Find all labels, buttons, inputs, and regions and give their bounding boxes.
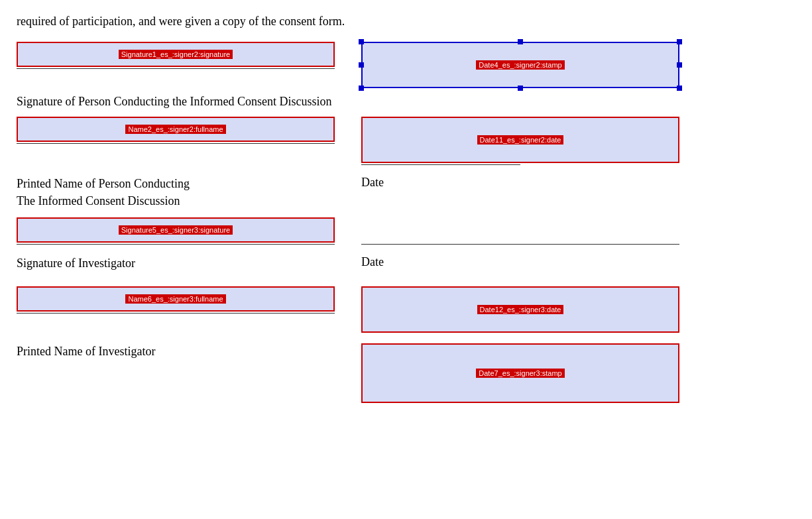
printed-name-label-col: Printed Name of Person Conducting The In… xyxy=(17,176,335,209)
signature-investigator-label: Signature of Investigator xyxy=(17,255,335,272)
date4-wrapper: Date4_es_:signer2:stamp xyxy=(361,42,679,88)
name6-underline xyxy=(17,313,335,314)
investigator-label-row: Signature of Investigator Date xyxy=(17,255,795,278)
name-date-row-2: Name2_es_:signer2:fullname Date11_es_:si… xyxy=(17,117,795,170)
signature1-field[interactable]: Signature1_es_:signer2:signature xyxy=(17,42,335,67)
name2-underline xyxy=(17,143,335,144)
date-label-col-2: Date xyxy=(361,255,679,276)
date-label-col-1: Date xyxy=(361,176,679,196)
signature-date-row-1: Signature1_es_:signer2:signature Date4_e… xyxy=(17,42,795,88)
printed-name-date-label-row: Printed Name of Person Conducting The In… xyxy=(17,176,795,209)
date4-field[interactable]: Date4_es_:signer2:stamp xyxy=(361,42,679,88)
handle-lm[interactable] xyxy=(359,62,364,68)
date-underline-col xyxy=(361,217,679,250)
signature1-col: Signature1_es_:signer2:signature xyxy=(17,42,335,74)
signature5-label: Signature5_es_:signer3:signature xyxy=(119,225,233,235)
date11-underline xyxy=(361,164,520,165)
handle-tr[interactable] xyxy=(677,39,682,44)
section-title-person-conducting: Signature of Person Conducting the Infor… xyxy=(17,93,795,110)
printed-name-person-label: Printed Name of Person Conducting The In… xyxy=(17,176,335,209)
printed-name-investigator-label: Printed Name of Investigator xyxy=(17,343,335,360)
date7-label: Date7_es_:signer3:stamp xyxy=(476,369,564,378)
signature5-col: Signature5_es_:signer3:signature xyxy=(17,217,335,250)
date4-label: Date4_es_:signer2:stamp xyxy=(476,60,564,70)
signature1-underline xyxy=(17,68,335,69)
investigator-label-col: Signature of Investigator xyxy=(17,255,335,278)
date12-col: Date12_es_:signer3:date xyxy=(361,286,679,333)
date-underline-right xyxy=(361,244,679,245)
name6-col: Name6_es_:signer3:fullname xyxy=(17,286,335,319)
printed-name-investigator-col: Printed Name of Investigator xyxy=(17,343,335,367)
name2-label: Name2_es_:signer2:fullname xyxy=(125,125,225,134)
date12-field[interactable]: Date12_es_:signer3:date xyxy=(361,286,679,333)
date4-col: Date4_es_:signer2:stamp xyxy=(361,42,679,88)
signature5-row: Signature5_es_:signer3:signature xyxy=(17,217,795,250)
handle-rm[interactable] xyxy=(677,62,682,68)
date11-label: Date11_es_:signer2:date xyxy=(477,135,564,144)
name6-label: Name6_es_:signer3:fullname xyxy=(125,294,225,304)
intro-text: required of participation, and were give… xyxy=(17,13,795,30)
date11-col: Date11_es_:signer2:date xyxy=(361,117,679,170)
handle-tl[interactable] xyxy=(359,39,364,44)
handle-bm[interactable] xyxy=(518,86,523,91)
signature1-label: Signature1_es_:signer2:signature xyxy=(119,50,233,59)
handle-bl[interactable] xyxy=(359,86,364,91)
name2-col: Name2_es_:signer2:fullname xyxy=(17,117,335,149)
date7-field[interactable]: Date7_es_:signer3:stamp xyxy=(361,343,679,403)
date-label-1: Date xyxy=(361,176,679,190)
date11-field[interactable]: Date11_es_:signer2:date xyxy=(361,117,679,163)
printed-name-investigator-row: Printed Name of Investigator Date7_es_:s… xyxy=(17,343,795,403)
handle-br[interactable] xyxy=(677,86,682,91)
date12-label: Date12_es_:signer3:date xyxy=(477,305,564,314)
signature5-underline xyxy=(17,244,335,245)
date-label-2: Date xyxy=(361,255,679,269)
name6-field[interactable]: Name6_es_:signer3:fullname xyxy=(17,286,335,312)
handle-tm[interactable] xyxy=(518,39,523,44)
name6-date12-row: Name6_es_:signer3:fullname Date12_es_:si… xyxy=(17,286,795,333)
date7-col: Date7_es_:signer3:stamp xyxy=(361,343,679,403)
name2-field[interactable]: Name2_es_:signer2:fullname xyxy=(17,117,335,142)
signature5-field[interactable]: Signature5_es_:signer3:signature xyxy=(17,217,335,243)
